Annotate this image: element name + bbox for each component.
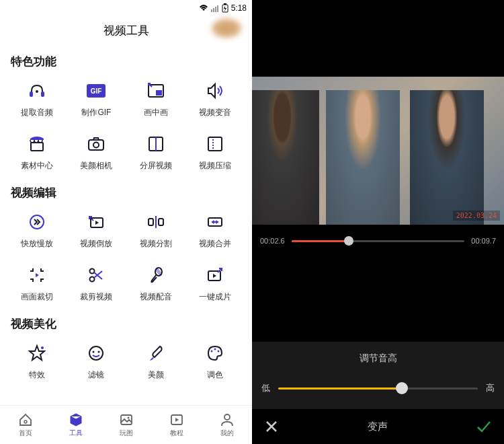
svg-rect-12 — [156, 90, 162, 96]
nav-me[interactable]: 我的 — [202, 406, 252, 444]
pip-icon — [146, 81, 165, 100]
pitch-fill — [278, 387, 402, 390]
tool-color[interactable]: 调色 — [189, 338, 241, 385]
svg-text:GIF: GIF — [91, 87, 102, 95]
svg-point-33 — [98, 351, 100, 353]
svg-rect-22 — [149, 219, 153, 225]
palette-icon — [206, 344, 224, 363]
section-title-featured: 特色功能 — [11, 54, 241, 69]
tool-filter[interactable]: 滤镜 — [70, 338, 122, 385]
tool-pip[interactable]: 画中画 — [130, 76, 182, 122]
store-icon — [28, 135, 46, 153]
nav-home[interactable]: 首页 — [0, 406, 50, 444]
svg-point-31 — [89, 346, 103, 360]
tool-crop-frame[interactable]: 画面裁切 — [11, 260, 63, 307]
face-icon — [87, 344, 106, 363]
watermark: 2022.03.24 — [453, 211, 500, 221]
tool-voice-change[interactable]: 视频变音 — [189, 76, 241, 122]
wifi-icon — [199, 4, 208, 12]
tool-reverse[interactable]: 视频倒放 — [70, 207, 122, 254]
svg-rect-2 — [215, 7, 216, 12]
tool-make-gif[interactable]: GIF制作GIF — [70, 76, 122, 122]
title-bar: 视频工具 — [0, 16, 252, 44]
edit-grid: 快放慢放 视频倒放 视频分割 视频合并 画面裁切 裁剪视频 视频配音 一键成片 — [11, 207, 241, 307]
signal-icon — [211, 4, 219, 12]
left-panel: 5:18 视频工具 特色功能 提取音频 GIF制作GIF 画中画 视频变音 素材… — [0, 0, 252, 444]
svg-point-37 — [24, 420, 27, 423]
mic-icon — [146, 266, 165, 285]
confirm-icon[interactable] — [476, 419, 492, 434]
avatar-blur — [212, 19, 241, 38]
svg-rect-18 — [208, 137, 222, 151]
section-title-edit: 视频编辑 — [11, 185, 241, 200]
svg-point-26 — [90, 269, 95, 274]
user-icon — [220, 412, 235, 427]
tool-split-screen[interactable]: 分屏视频 — [130, 129, 182, 176]
compress-icon — [206, 135, 224, 153]
status-bar: 5:18 — [0, 0, 252, 16]
pitch-track[interactable] — [278, 387, 478, 390]
tool-trim[interactable]: 裁剪视频 — [70, 260, 122, 307]
nav-tools[interactable]: 工具 — [50, 406, 101, 444]
action-bar: 变声 — [252, 409, 504, 444]
svg-point-27 — [90, 277, 95, 282]
pitch-thumb[interactable] — [396, 382, 408, 394]
brush-icon — [146, 344, 165, 363]
tool-dubbing[interactable]: 视频配音 — [130, 260, 182, 307]
tool-extract-audio[interactable]: 提取音频 — [11, 76, 63, 122]
tool-compress[interactable]: 视频压缩 — [189, 129, 241, 176]
svg-rect-0 — [211, 9, 212, 12]
split-icon — [146, 135, 165, 153]
timeline-thumb[interactable] — [344, 236, 353, 246]
nav-images[interactable]: 玩图 — [101, 406, 151, 444]
tool-split[interactable]: 视频分割 — [130, 207, 182, 254]
svg-rect-5 — [224, 3, 226, 5]
pitch-low-label: 低 — [261, 382, 270, 394]
status-time: 5:18 — [231, 3, 247, 13]
section-title-beautify: 视频美化 — [11, 316, 241, 332]
svg-rect-38 — [121, 415, 132, 424]
svg-rect-23 — [159, 219, 163, 225]
tool-effect[interactable]: 特效 — [11, 338, 63, 385]
timeline-fill — [292, 240, 349, 242]
pitch-slider: 低 高 — [261, 382, 495, 394]
gif-icon: GIF — [86, 83, 106, 98]
video-preview[interactable]: 2022.03.24 — [252, 77, 504, 225]
video-person — [326, 90, 400, 225]
featured-grid: 提取音频 GIF制作GIF 画中画 视频变音 素材中心 美颜相机 分屏视频 视频… — [11, 76, 241, 176]
svg-rect-13 — [31, 143, 43, 151]
tool-beauty[interactable]: 美颜 — [130, 338, 182, 385]
nav-tutorial[interactable]: 教程 — [151, 406, 202, 444]
svg-point-30 — [41, 346, 44, 349]
svg-point-8 — [36, 90, 38, 93]
pitch-section: 调节音高 低 高 — [252, 342, 504, 409]
reverse-icon — [87, 213, 106, 231]
content-scroll[interactable]: 特色功能 提取音频 GIF制作GIF 画中画 视频变音 素材中心 美颜相机 分屏… — [0, 44, 252, 405]
video-person — [252, 90, 319, 225]
svg-point-15 — [93, 143, 99, 148]
scissors-icon — [87, 266, 106, 285]
onekey-icon — [206, 266, 224, 285]
timeline-track[interactable] — [292, 240, 465, 242]
svg-point-36 — [217, 350, 219, 353]
tool-material-center[interactable]: 素材中心 — [11, 129, 63, 176]
tool-merge[interactable]: 视频合并 — [189, 207, 241, 254]
crop-icon — [28, 266, 46, 285]
tool-speed[interactable]: 快放慢放 — [11, 207, 63, 254]
speed-icon — [28, 213, 46, 231]
bottom-nav: 首页 工具 玩图 教程 我的 — [0, 405, 252, 444]
video-person — [410, 90, 484, 225]
tool-beauty-camera[interactable]: 美颜相机 — [70, 129, 122, 176]
svg-rect-1 — [213, 8, 214, 12]
cut-icon — [146, 213, 165, 231]
svg-point-41 — [224, 414, 230, 420]
svg-rect-7 — [41, 91, 44, 97]
svg-rect-14 — [89, 140, 103, 150]
svg-point-32 — [93, 351, 95, 353]
pitch-high-label: 高 — [486, 382, 495, 394]
image-icon — [119, 412, 134, 427]
tool-onekey[interactable]: 一键成片 — [189, 260, 241, 307]
star-icon — [28, 344, 46, 363]
cancel-icon[interactable] — [264, 419, 279, 434]
pitch-title: 调节音高 — [261, 353, 495, 365]
